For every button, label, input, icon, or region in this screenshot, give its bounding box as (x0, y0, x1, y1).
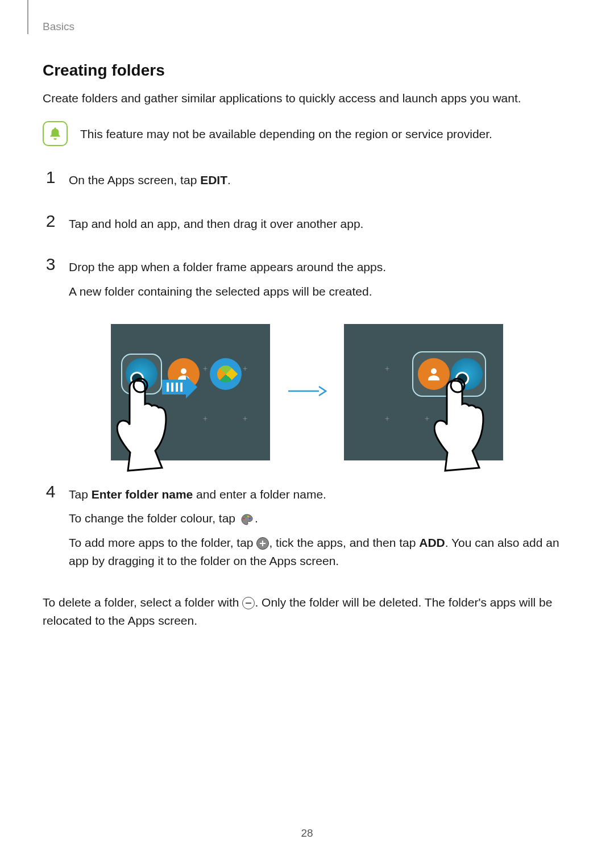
step-number: 2 (43, 213, 59, 239)
breadcrumb: Basics (43, 20, 74, 33)
step-body: Tap and hold an app, and then drag it ov… (69, 213, 571, 239)
step-text: , tick the apps, and then tap (269, 536, 419, 549)
closing-part: To delete a folder, select a folder with (43, 596, 242, 609)
step-text: Drop the app when a folder frame appears… (69, 258, 571, 277)
closing-text: To delete a folder, select a folder with… (43, 593, 571, 630)
step-text: A new folder containing the selected app… (69, 283, 571, 301)
step-text: Tap and hold an app, and then drag it ov… (69, 215, 571, 234)
step-3: 3 Drop the app when a folder frame appea… (43, 256, 571, 306)
header-rule (27, 0, 28, 34)
svg-point-8 (249, 517, 251, 519)
step-2: 2 Tap and hold an app, and then drag it … (43, 213, 571, 239)
intro-text: Create folders and gather similar applic… (43, 90, 571, 106)
plus-circle-icon (256, 537, 269, 550)
svg-point-0 (181, 368, 186, 374)
bell-icon (43, 121, 68, 146)
section-title: Creating folders (43, 61, 571, 80)
step-number: 1 (43, 169, 59, 196)
edit-label: EDIT (200, 173, 227, 186)
gallery-app-icon (210, 358, 242, 390)
step-text: Tap (69, 488, 92, 501)
step-text: and enter a folder name. (193, 488, 326, 501)
figure-row: + + + + + + + + + (43, 324, 571, 460)
step-number: 4 (43, 483, 59, 576)
page-number: 28 (0, 827, 614, 840)
step-text: . (255, 512, 258, 525)
svg-point-3 (431, 368, 437, 374)
screen-before: + + + + (111, 324, 270, 460)
note-text: This feature may not be available depend… (80, 126, 492, 142)
svg-point-7 (247, 516, 249, 517)
svg-point-5 (243, 517, 244, 519)
minus-circle-icon (242, 597, 255, 609)
step-1: 1 On the Apps screen, tap EDIT. (43, 169, 571, 196)
svg-point-6 (244, 516, 246, 517)
hand-pointer-icon (434, 375, 502, 472)
step-4: 4 Tap Enter folder name and enter a fold… (43, 483, 571, 576)
step-body: Tap Enter folder name and enter a folder… (69, 483, 571, 576)
step-body: Drop the app when a folder frame appears… (69, 256, 571, 306)
step-text: . (227, 173, 231, 186)
hand-pointer-icon (117, 375, 185, 472)
step-text: On the Apps screen, tap (69, 173, 200, 186)
add-label: ADD (419, 536, 445, 549)
step-body: On the Apps screen, tap EDIT. (69, 169, 571, 196)
palette-icon (240, 513, 254, 526)
step-text: To change the folder colour, tap (69, 512, 239, 525)
step-number: 3 (43, 256, 59, 306)
enter-folder-name-label: Enter folder name (92, 488, 193, 501)
page-content: Creating folders Create folders and gath… (43, 61, 571, 630)
note-row: This feature may not be available depend… (43, 121, 571, 146)
step-text: To add more apps to the folder, tap (69, 536, 256, 549)
arrow-right-icon (287, 384, 327, 400)
screen-after: + + + + + (344, 324, 503, 460)
